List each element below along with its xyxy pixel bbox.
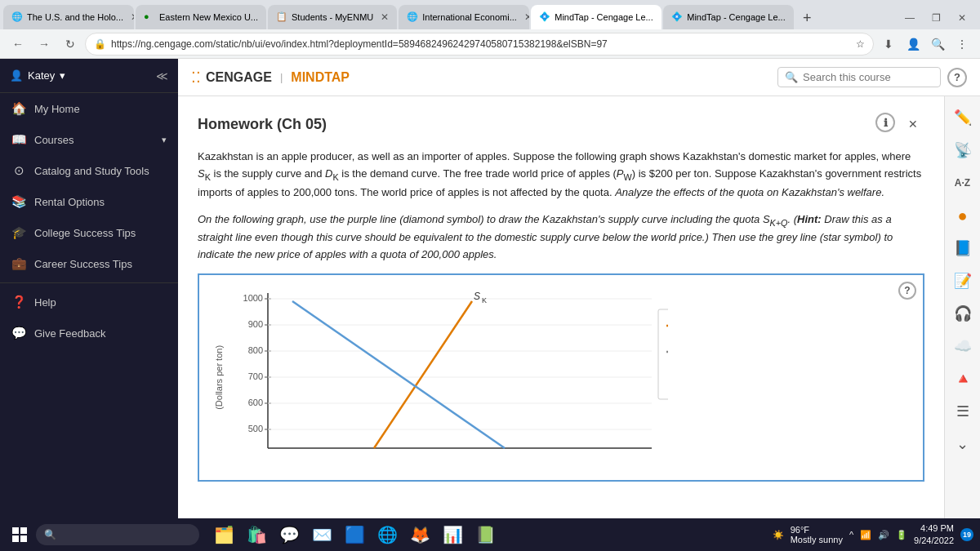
tab-5-label: MindTap - Cengage Le... bbox=[555, 12, 653, 22]
college-icon: 🎓 bbox=[11, 225, 26, 240]
tab-1[interactable]: 🌐 The U.S. and the Holo... ✕ bbox=[3, 5, 134, 29]
taskbar-app-chrome[interactable]: 🌐 bbox=[372, 520, 402, 549]
battery-icon: 🔋 bbox=[896, 530, 907, 540]
browser-tabs: 🌐 The U.S. and the Holo... ✕ ● Eastern N… bbox=[0, 0, 980, 29]
tab-5-close[interactable]: ✕ bbox=[661, 11, 662, 23]
right-icon-book[interactable]: 📘 bbox=[948, 233, 978, 263]
help-circle-button[interactable]: ? bbox=[947, 68, 967, 87]
tab-4[interactable]: 🌐 International Economi... ✕ bbox=[399, 5, 529, 29]
homework-area: Homework (Ch 05) ℹ ✕ Kazakhstan is an ap… bbox=[178, 96, 944, 518]
tab-6[interactable]: 💠 MindTap - Cengage Le... ✕ bbox=[663, 5, 794, 29]
sidebar-item-career-success[interactable]: 💼 Career Success Tips bbox=[0, 248, 178, 279]
taskbar-app-start2[interactable]: 🟦 bbox=[340, 520, 369, 549]
tab-5[interactable]: 💠 MindTap - Cengage Le... ✕ bbox=[531, 5, 662, 29]
address-bar[interactable]: 🔒 https://ng.cengage.com/static/nb/ui/ev… bbox=[85, 33, 874, 56]
taskbar-app-store[interactable]: 🛍️ bbox=[242, 520, 271, 549]
sidebar-item-rental[interactable]: 📚 Rental Options bbox=[0, 186, 178, 217]
courses-icon: 📖 bbox=[11, 132, 26, 147]
taskbar-app-teams[interactable]: 💬 bbox=[274, 520, 304, 549]
minimize-button[interactable]: — bbox=[898, 7, 921, 29]
taskbar-app-mail[interactable]: ✉️ bbox=[307, 520, 336, 549]
right-icon-list[interactable]: ☰ bbox=[948, 397, 978, 426]
right-icon-rss[interactable]: 📡 bbox=[948, 136, 978, 165]
search-box[interactable]: 🔍 bbox=[777, 67, 941, 87]
tab-2-close[interactable]: ✕ bbox=[265, 11, 266, 23]
search-icon: 🔍 bbox=[785, 71, 798, 83]
svg-text:S: S bbox=[474, 291, 480, 302]
sidebar-item-catalog-label: Catalog and Study Tools bbox=[34, 165, 149, 177]
sidebar-collapse-button[interactable]: ≪ bbox=[156, 69, 168, 82]
sidebar-item-college-success[interactable]: 🎓 College Success Tips bbox=[0, 217, 178, 248]
new-tab-button[interactable]: + bbox=[795, 7, 818, 29]
tab-3-close[interactable]: ✕ bbox=[381, 11, 389, 23]
sidebar-user[interactable]: 👤 Katey ▾ bbox=[10, 69, 65, 82]
clock-time: 4:49 PM bbox=[914, 522, 954, 535]
windows-icon bbox=[12, 527, 27, 542]
download-button[interactable]: ⬇ bbox=[877, 33, 900, 56]
clock-date: 9/24/2022 bbox=[914, 535, 954, 547]
svg-rect-46 bbox=[12, 535, 19, 542]
right-icon-az[interactable]: A·Z bbox=[948, 168, 978, 198]
menu-button[interactable]: ⋮ bbox=[951, 33, 973, 56]
tab-6-label: MindTap - Cengage Le... bbox=[687, 12, 785, 22]
graph-container: ? (Dollars per ton) 1000 bbox=[198, 273, 924, 482]
forward-button[interactable]: → bbox=[33, 33, 56, 56]
sidebar-item-feedback-label: Give Feedback bbox=[34, 327, 105, 340]
graph-svg[interactable]: 1000 900 800 700 bbox=[227, 285, 668, 464]
sidebar-item-help[interactable]: ❓ Help bbox=[0, 287, 178, 318]
right-icon-orange-circle[interactable]: ● bbox=[948, 201, 978, 230]
svg-text:800: 800 bbox=[247, 345, 262, 355]
sidebar-item-courses[interactable]: 📖 Courses ▾ bbox=[0, 124, 178, 155]
taskbar-app-ppt[interactable]: 📊 bbox=[438, 520, 467, 549]
tab-4-label: International Economi... bbox=[422, 12, 517, 22]
right-icon-drive[interactable]: 🔺 bbox=[948, 364, 978, 393]
top-bar: ⁚⁚ CENGAGE | MINDTAP 🔍 ? bbox=[178, 59, 980, 96]
search-input[interactable] bbox=[803, 71, 933, 83]
taskbar-clock[interactable]: 4:49 PM 9/24/2022 bbox=[914, 522, 954, 548]
right-sidebar: ✏️ 📡 A·Z ● 📘 📝 🎧 ☁️ 🔺 ☰ ⌄ bbox=[944, 96, 980, 518]
close-homework-button[interactable]: ✕ bbox=[902, 113, 924, 136]
user-dropdown-icon: ▾ bbox=[60, 69, 65, 82]
tab-5-favicon: 💠 bbox=[539, 11, 550, 23]
back-button[interactable]: ← bbox=[7, 33, 29, 56]
svg-text:900: 900 bbox=[247, 319, 262, 329]
svg-rect-44 bbox=[12, 527, 19, 534]
sidebar-username: Katey bbox=[28, 69, 55, 82]
sidebar-item-feedback[interactable]: 💬 Give Feedback bbox=[0, 318, 178, 349]
sidebar-divider bbox=[0, 282, 178, 283]
tray-expand-icon[interactable]: ^ bbox=[849, 530, 853, 540]
sidebar-item-myhome[interactable]: 🏠 My Home bbox=[0, 93, 178, 124]
homework-title: Homework (Ch 05) bbox=[198, 116, 327, 133]
sidebar-item-help-label: Help bbox=[34, 296, 56, 309]
right-icon-chevron-down[interactable]: ⌄ bbox=[948, 429, 978, 459]
help-icon: ❓ bbox=[11, 295, 26, 309]
hw-paragraph-2: On the following graph, use the purple l… bbox=[198, 211, 924, 264]
taskbar-app-firefox[interactable]: 🦊 bbox=[405, 520, 434, 549]
refresh-button[interactable]: ↻ bbox=[59, 33, 82, 56]
taskbar-app-excel[interactable]: 📗 bbox=[470, 520, 500, 549]
close-window-button[interactable]: ✕ bbox=[951, 7, 973, 29]
info-button[interactable]: ℹ bbox=[875, 113, 895, 132]
tab-3[interactable]: 📋 Students - MyENMU ✕ bbox=[268, 5, 397, 29]
svg-text:700: 700 bbox=[247, 371, 262, 381]
graph-help-button[interactable]: ? bbox=[898, 282, 916, 300]
tab-1-close[interactable]: ✕ bbox=[131, 11, 134, 23]
restore-button[interactable]: ❐ bbox=[924, 7, 947, 29]
notification-badge[interactable]: 19 bbox=[960, 528, 973, 541]
tab-6-close[interactable]: ✕ bbox=[793, 11, 795, 23]
mindtap-logo: MINDTAP bbox=[291, 70, 350, 85]
bookmark-icon[interactable]: ☆ bbox=[856, 38, 865, 50]
tab-2[interactable]: ● Eastern New Mexico U... ✕ bbox=[136, 5, 266, 29]
taskbar-app-explorer[interactable]: 🗂️ bbox=[209, 520, 238, 549]
svg-text:K: K bbox=[482, 296, 487, 304]
tab-4-close[interactable]: ✕ bbox=[524, 11, 529, 23]
right-icon-edit[interactable]: 📝 bbox=[948, 266, 978, 295]
sidebar-item-catalog[interactable]: ⊙ Catalog and Study Tools bbox=[0, 155, 178, 186]
start-button[interactable] bbox=[7, 522, 33, 548]
profile-button[interactable]: 👤 bbox=[902, 33, 924, 56]
right-icon-headset[interactable]: 🎧 bbox=[948, 299, 978, 328]
extension-button[interactable]: 🔍 bbox=[926, 33, 949, 56]
right-icon-cloud[interactable]: ☁️ bbox=[948, 331, 978, 361]
taskbar-search[interactable]: 🔍 bbox=[36, 524, 199, 545]
right-icon-pencil[interactable]: ✏️ bbox=[948, 103, 978, 132]
